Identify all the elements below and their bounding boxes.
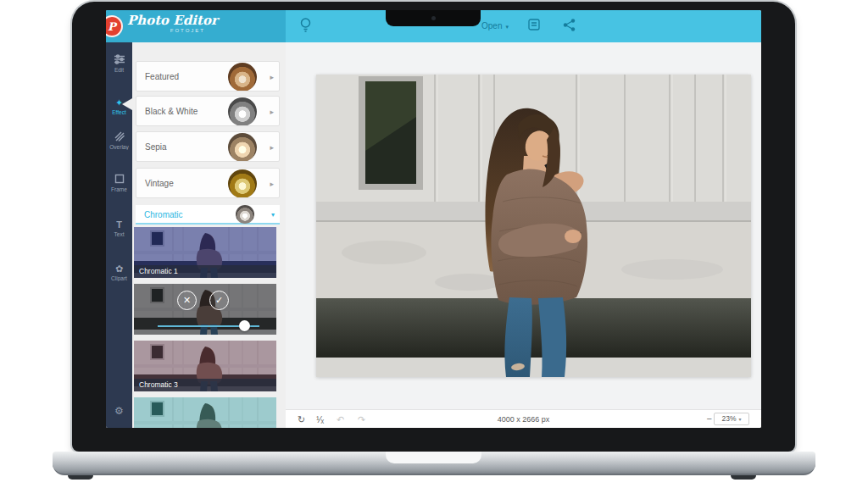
filter-category-vintage[interactable]: Vintage ▸: [136, 168, 280, 198]
filter-thumb-chromatic-3[interactable]: Chromatic 3: [134, 341, 276, 391]
frame-icon: [106, 174, 132, 186]
tips-bulb-icon[interactable]: [299, 17, 312, 37]
brand-letter: P: [108, 20, 116, 33]
brand-logo: Photo Editor FOTOJET: [127, 13, 205, 33]
sidebar-item-label: Text: [106, 231, 132, 237]
zoom-out-button[interactable]: −: [707, 413, 712, 424]
slider-knob[interactable]: [239, 320, 250, 331]
filter-thumb-chromatic-4[interactable]: [134, 397, 276, 428]
settings-gear-icon[interactable]: ⚙: [106, 405, 132, 417]
chevron-right-icon: ▸: [270, 143, 274, 152]
photo-illustration: [316, 75, 751, 377]
filters-panel: Featured ▸ Black & White ▸ Sepia ▸ Vinta…: [132, 42, 286, 428]
caret-down-icon: ▾: [505, 24, 509, 30]
app-subtitle: FOTOJET: [127, 28, 205, 33]
sidebar-item-label: Effect: [106, 109, 132, 115]
clipart-icon: ✿: [106, 263, 132, 274]
sidebar-item-label: Overlay: [106, 144, 132, 150]
sidebar-item-overlay[interactable]: Overlay: [106, 131, 132, 150]
caret-down-icon: ▾: [739, 417, 742, 422]
chevron-right-icon: ▸: [270, 180, 274, 188]
app-title: Photo Editor: [127, 13, 205, 28]
filter-category-sepia[interactable]: Sepia ▸: [136, 131, 280, 162]
category-label: Sepia: [145, 142, 167, 152]
status-bar: ↻ ¹⁄ₓ ↶ ↷ 4000 x 2666 px − 23%▾ +: [286, 409, 761, 428]
chevron-right-icon: ▸: [270, 108, 274, 116]
category-label: Black & White: [145, 107, 198, 116]
tutorial-book-icon[interactable]: [527, 18, 541, 35]
category-thumbnail: [228, 133, 257, 162]
filter-thumb-chromatic-2-selected[interactable]: ✕ ✓: [134, 284, 276, 335]
laptop-mockup: P Photo Editor FOTOJET Open▾: [0, 0, 868, 488]
filter-category-chromatic-selected[interactable]: Chromatic ▾: [136, 205, 280, 225]
sliders-icon: [106, 54, 132, 66]
category-thumbnail: [228, 97, 257, 126]
active-item-notch: [122, 98, 132, 110]
app-window: P Photo Editor FOTOJET Open▾: [106, 10, 761, 428]
filter-category-black-white[interactable]: Black & White ▸: [136, 96, 280, 126]
sidebar-item-clipart[interactable]: ✿ Clipart: [106, 263, 132, 281]
sidebar-item-frame[interactable]: Frame: [106, 174, 132, 192]
overlay-stripes-icon: [106, 131, 132, 143]
sidebar-item-edit[interactable]: Edit: [106, 54, 132, 73]
filter-thumb-label: Chromatic 3: [134, 379, 276, 391]
laptop-base: [53, 452, 815, 475]
text-tool-icon: T: [106, 219, 132, 230]
open-menu-button[interactable]: Open▾: [481, 21, 509, 30]
filter-intensity-slider[interactable]: [158, 320, 259, 331]
category-thumbnail: [236, 205, 254, 224]
cancel-filter-button[interactable]: ✕: [177, 291, 197, 310]
filter-thumb-label: Chromatic 1: [134, 265, 276, 278]
filter-tint: [134, 397, 276, 428]
caret-down-icon: ▾: [271, 211, 275, 219]
sidebar-item-text[interactable]: T Text: [106, 219, 132, 237]
category-label: Chromatic: [144, 210, 183, 219]
webcam-dot: [431, 16, 436, 20]
sidebar-item-label: Edit: [106, 67, 132, 73]
category-thumbnail: [228, 169, 257, 198]
editor-canvas: [286, 42, 761, 409]
open-label: Open: [481, 21, 502, 30]
category-thumbnail: [228, 63, 257, 92]
filter-thumb-chromatic-1[interactable]: Chromatic 1: [134, 227, 276, 278]
filter-category-featured[interactable]: Featured ▸: [136, 61, 280, 92]
camera-notch: [386, 10, 481, 26]
chevron-right-icon: ▸: [270, 73, 274, 81]
apply-filter-button[interactable]: ✓: [209, 291, 229, 310]
share-icon[interactable]: [562, 18, 576, 36]
zoom-level-dropdown[interactable]: 23%▾: [714, 413, 749, 425]
laptop-lid-groove: [386, 452, 481, 463]
sidebar-item-label: Frame: [106, 186, 132, 192]
category-label: Featured: [145, 72, 179, 81]
image-dimensions: 4000 x 2666 px: [286, 415, 761, 424]
sidebar-item-label: Clipart: [106, 275, 132, 281]
zoom-level-value: 23%: [721, 414, 736, 423]
category-label: Vintage: [145, 179, 174, 188]
